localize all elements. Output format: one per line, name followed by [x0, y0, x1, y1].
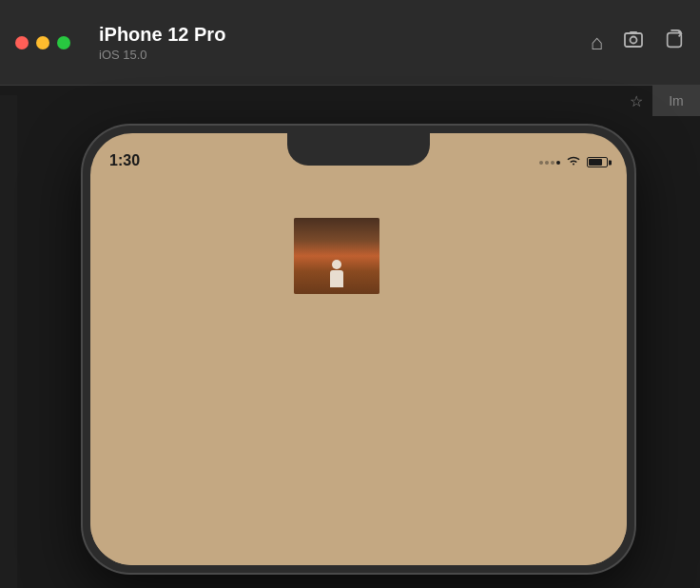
battery-icon — [587, 157, 608, 167]
signal-dot-2 — [545, 161, 549, 165]
iphone-screen[interactable]: 1:30 — [90, 133, 627, 565]
titlebar: iPhone 12 Pro iOS 15.0 ⌂ — [0, 0, 700, 86]
battery-fill — [589, 159, 602, 166]
app-photo[interactable] — [294, 218, 379, 294]
person-avatar[interactable]: Im — [652, 86, 700, 116]
minimize-button[interactable] — [36, 36, 49, 49]
svg-point-1 — [631, 36, 637, 43]
status-time: 1:30 — [109, 152, 140, 169]
figure-body — [330, 270, 343, 287]
device-info: iPhone 12 Pro iOS 15.0 — [99, 24, 591, 62]
home-icon[interactable]: ⌂ — [591, 30, 603, 55]
traffic-lights — [15, 36, 70, 49]
signal-dot-3 — [551, 161, 554, 165]
maximize-button[interactable] — [57, 36, 70, 49]
phone-container: 1:30 — [17, 116, 700, 588]
device-os: iOS 15.0 — [99, 48, 591, 62]
signal-dot-1 — [539, 161, 543, 165]
svg-rect-0 — [625, 33, 642, 47]
notch — [287, 133, 430, 166]
rotate-icon[interactable] — [664, 29, 685, 56]
signal-icon — [539, 161, 560, 165]
signal-dot-4 — [556, 161, 560, 165]
top-strip: ☆ — [17, 86, 700, 116]
left-strip — [0, 86, 17, 95]
close-button[interactable] — [15, 36, 29, 49]
svg-rect-2 — [630, 31, 637, 34]
photo-figure — [328, 260, 345, 286]
photo-bg — [294, 218, 379, 294]
device-name: iPhone 12 Pro — [99, 24, 591, 46]
person-label: Im — [669, 93, 684, 108]
app-content[interactable] — [90, 175, 627, 565]
screenshot-icon[interactable] — [622, 29, 645, 57]
status-right-icons — [539, 155, 608, 169]
toolbar-icons: ⌂ — [591, 29, 685, 57]
iphone-frame: 1:30 — [83, 126, 634, 573]
figure-head — [332, 260, 341, 269]
wifi-icon — [566, 155, 581, 169]
star-icon[interactable]: ☆ — [630, 92, 643, 110]
